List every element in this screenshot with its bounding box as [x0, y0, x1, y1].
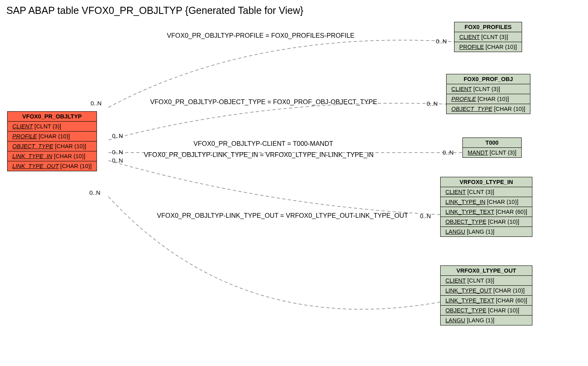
entity-field: OBJECT_TYPE [CHAR (10)]	[447, 104, 530, 114]
field-type: [CLNT (3)]	[488, 149, 516, 156]
entity-fox0_profiles: FOX0_PROFILESCLIENT [CLNT (3)]PROFILE [C…	[454, 22, 522, 52]
entity-field: CLIENT [CLNT (3)]	[441, 187, 532, 197]
field-type: [LANG (1)]	[465, 229, 494, 235]
field-name: MANDT	[468, 149, 488, 156]
field-type: [CHAR (10)]	[486, 307, 519, 314]
field-type: [CHAR (10)]	[476, 96, 509, 102]
relation-label: VFOX0_PR_OBJLTYP-CLIENT = T000-MANDT	[193, 140, 333, 147]
field-name: CLIENT	[451, 86, 472, 92]
field-type: [CHAR (10)]	[492, 287, 525, 294]
entity-field: LINK_TYPE_OUT [CHAR (10)]	[8, 161, 97, 171]
entity-header: VRFOX0_LTYPE_OUT	[441, 266, 532, 276]
entity-fox0_prof_obj: FOX0_PROF_OBJCLIENT [CLNT (3)]PROFILE [C…	[446, 74, 530, 114]
entity-field: CLIENT [CLNT (3)]	[447, 84, 530, 94]
entity-field: OBJECT_TYPE [CHAR (10)]	[441, 306, 532, 316]
field-type: [CHAR (10)]	[485, 199, 518, 205]
relation-label: VFOX0_PR_OBJLTYP-PROFILE = FOX0_PROFILES…	[167, 32, 354, 39]
entity-field: LINK_TYPE_TEXT [CHAR (60)]	[441, 207, 532, 217]
field-name: LINK_TYPE_TEXT	[445, 297, 494, 304]
entity-field: PROFILE [CHAR (10)]	[447, 94, 530, 104]
entity-main: VFOX0_PR_OBJLTYP CLIENT [CLNT (3)]PROFIL…	[7, 111, 97, 171]
field-type: [CLNT (3)]	[472, 86, 500, 92]
relation-label: VFOX0_PR_OBJLTYP-LINK_TYPE_IN = VRFOX0_L…	[144, 151, 373, 159]
field-name: CLIENT	[445, 189, 466, 195]
entity-field: OBJECT_TYPE [CHAR (10)]	[441, 217, 532, 227]
entity-t000: T000MANDT [CLNT (3)]	[462, 137, 522, 158]
entity-field: OBJECT_TYPE [CHAR (10)]	[8, 141, 97, 151]
field-type: [CHAR (60)]	[494, 297, 527, 304]
field-name: CLIENT	[445, 277, 466, 284]
entity-vrfox0_ltype_out: VRFOX0_LTYPE_OUTCLIENT [CLNT (3)]LINK_TY…	[440, 265, 532, 325]
entity-field: LINK_TYPE_IN [CHAR (10)]	[441, 197, 532, 207]
field-type: [CLNT (3)]	[480, 34, 508, 40]
relation-label: VFOX0_PR_OBJLTYP-LINK_TYPE_OUT = VRFOX0_…	[157, 212, 408, 219]
field-name: OBJECT_TYPE	[445, 219, 486, 225]
cardinality-left: 0..N	[112, 132, 123, 139]
field-name: OBJECT_TYPE	[12, 143, 53, 149]
field-type: [CHAR (10)]	[484, 44, 517, 50]
field-type: [CLNT (3)]	[33, 123, 61, 130]
entity-field: CLIENT [CLNT (3)]	[455, 32, 522, 42]
field-name: OBJECT_TYPE	[451, 106, 492, 112]
field-name: LINK_TYPE_TEXT	[445, 209, 494, 215]
entity-field: LINK_TYPE_OUT [CHAR (10)]	[441, 286, 532, 296]
field-type: [CHAR (10)]	[492, 106, 525, 112]
field-name: OBJECT_TYPE	[445, 307, 486, 314]
cardinality-right: 0..N	[443, 149, 454, 156]
relation-label: VFOX0_PR_OBJLTYP-OBJECT_TYPE = FOX0_PROF…	[150, 98, 377, 106]
cardinality-left: 0..N	[112, 149, 123, 155]
entity-header: VRFOX0_LTYPE_IN	[441, 177, 532, 187]
field-type: [CHAR (10)]	[37, 133, 70, 139]
field-name: CLIENT	[12, 123, 33, 130]
field-name: LINK_TYPE_OUT	[12, 163, 59, 169]
field-name: PROFILE	[12, 133, 37, 139]
entity-field: PROFILE [CHAR (10)]	[8, 132, 97, 141]
entity-field: LANGU [LANG (1)]	[441, 316, 532, 325]
entity-header: T000	[463, 138, 521, 148]
field-name: PROFILE	[459, 44, 484, 50]
relation-edge	[108, 40, 454, 107]
entity-field: LINK_TYPE_IN [CHAR (10)]	[8, 151, 97, 161]
field-type: [CLNT (3)]	[466, 189, 494, 195]
relation-edge	[108, 103, 446, 140]
cardinality-right: 0..N	[420, 213, 431, 219]
field-type: [LANG (1)]	[465, 317, 494, 323]
entity-field: LINK_TYPE_TEXT [CHAR (60)]	[441, 296, 532, 306]
entity-field: CLIENT [CLNT (3)]	[441, 276, 532, 286]
entity-field: MANDT [CLNT (3)]	[463, 148, 521, 157]
cardinality-left: 0..N	[89, 189, 101, 196]
field-name: CLIENT	[459, 34, 480, 40]
entity-vrfox0_ltype_in: VRFOX0_LTYPE_INCLIENT [CLNT (3)]LINK_TYP…	[440, 177, 532, 237]
field-type: [CHAR (10)]	[53, 143, 86, 149]
field-name: LANGU	[445, 229, 465, 235]
entity-field: LANGU [LANG (1)]	[441, 227, 532, 236]
entity-header: FOX0_PROFILES	[455, 22, 522, 32]
field-type: [CHAR (60)]	[494, 209, 527, 215]
field-name: LINK_TYPE_IN	[12, 153, 52, 159]
cardinality-left: 0..N	[112, 157, 123, 164]
field-name: LINK_TYPE_IN	[445, 199, 485, 205]
entity-main-header: VFOX0_PR_OBJLTYP	[8, 112, 97, 122]
field-type: [CHAR (10)]	[59, 163, 92, 169]
field-name: LANGU	[445, 317, 465, 323]
cardinality-left: 0..N	[91, 100, 102, 107]
entity-field: PROFILE [CHAR (10)]	[455, 42, 522, 52]
cardinality-right: 0..N	[436, 38, 447, 45]
cardinality-right: 0..N	[427, 100, 438, 107]
field-type: [CHAR (10)]	[52, 153, 85, 159]
field-type: [CHAR (10)]	[486, 219, 519, 225]
field-type: [CLNT (3)]	[466, 277, 494, 284]
entity-field: CLIENT [CLNT (3)]	[8, 122, 97, 132]
field-name: LINK_TYPE_OUT	[445, 287, 492, 294]
entity-header: FOX0_PROF_OBJ	[447, 74, 530, 84]
field-name: PROFILE	[451, 96, 476, 102]
relation-edge	[108, 161, 440, 215]
